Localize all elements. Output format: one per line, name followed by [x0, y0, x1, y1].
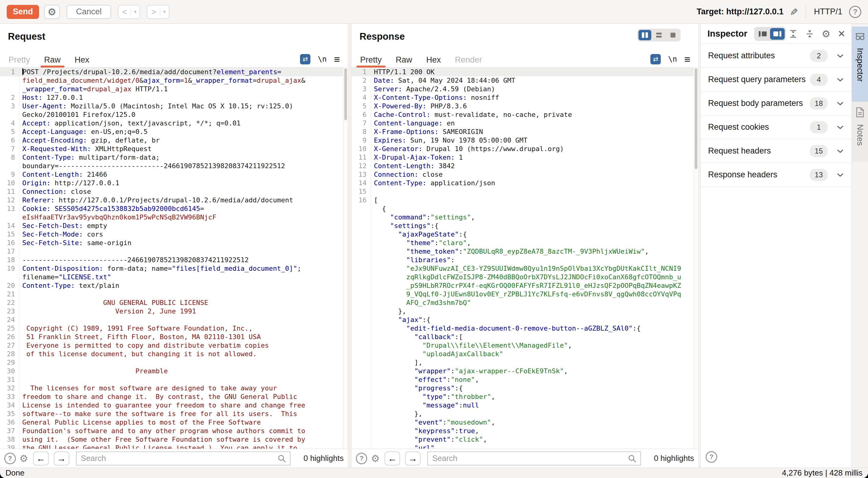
code-text: "eJx9UNFuwzAI_CE3-YZ9SUUIWdmw8Qyu1n19nSp… [371, 264, 681, 273]
search-prev-button[interactable]: ← [33, 451, 49, 466]
inspector-section-request-headers[interactable]: Request headers15 [701, 139, 851, 163]
editor-menu-icon[interactable]: ≡ [684, 54, 690, 64]
search-help-icon[interactable]: ? [356, 453, 367, 464]
code-row: 13Cookie: SESS05d4275ca1538832b5ab92000b… [0, 205, 348, 213]
rail-tab-notes[interactable]: Notes [852, 102, 868, 161]
inspector-dock-toggle [754, 27, 786, 41]
layout-single-button[interactable] [666, 30, 679, 40]
code-row: "type":"throbber", [351, 392, 698, 401]
code-text: Content-Type: multipart/form-data; [20, 153, 160, 162]
response-tab-render[interactable]: Render [452, 53, 485, 67]
section-count-badge: 18 [810, 97, 828, 110]
section-label: Request cookies [708, 122, 769, 132]
line-number: 39 [0, 444, 20, 449]
code-row: AFQ_c7md3shm7bQ" [351, 299, 698, 307]
code-text: filename="LICENSE.txt" [20, 273, 111, 281]
inspector-section-request-attributes[interactable]: Request attributes2 [701, 44, 851, 68]
code-text: Connection: close [371, 170, 442, 179]
code-row: "keypress":true, [351, 427, 698, 435]
line-number [0, 111, 20, 119]
dock-left-button[interactable] [755, 28, 770, 40]
request-search-bar: ? ⚙ ← → 0 highlights [0, 449, 348, 468]
http-version-selector[interactable]: HTTP/1 [814, 7, 842, 17]
search-prev-button[interactable]: ← [384, 451, 400, 466]
code-row: zqRlkgDdlcFWZoISJP8-ZM40dBBQoOrbX7DYsLJ2… [351, 273, 698, 281]
line-number: 31 [0, 376, 20, 384]
forward-history-button[interactable]: > ▾ [147, 5, 169, 19]
search-icon [277, 454, 287, 465]
help-icon[interactable]: ? [849, 6, 861, 18]
line-number: 2 [0, 93, 20, 102]
inspector-close-icon[interactable]: ✕ [838, 28, 845, 39]
editor-menu-icon[interactable]: ≡ [334, 54, 340, 64]
back-history-button[interactable]: < ▾ [118, 5, 140, 19]
request-settings-button[interactable]: ⚙ [44, 5, 60, 19]
edit-target-icon[interactable]: ✎ [788, 8, 800, 16]
show-newlines-toggle[interactable]: \n [668, 55, 677, 63]
code-text: }, [371, 307, 406, 316]
inspector-settings-icon[interactable]: ⚙ [822, 28, 831, 40]
code-row: 34License is intended to guarantee your … [0, 401, 348, 410]
code-text: Everyone is permitted to copy and distri… [20, 341, 269, 350]
code-text [371, 187, 374, 196]
code-text: "progress":{ [371, 384, 463, 392]
request-tab-hex[interactable]: Hex [72, 53, 92, 67]
search-settings-icon[interactable]: ⚙ [20, 453, 28, 464]
send-button[interactable]: Send [7, 5, 39, 19]
response-tab-raw[interactable]: Raw [393, 53, 415, 67]
code-row: 5Accept-Language: en-US,en;q=0.5 [0, 127, 348, 136]
search-input[interactable] [76, 452, 290, 465]
code-row: 7Content-language: en [351, 119, 698, 127]
code-row: 9Expires: Sun, 19 Nov 1978 05:00:00 GMT [351, 136, 698, 145]
inspector-section-request-body-parameters[interactable]: Request body parameters18 [701, 92, 851, 115]
search-help-icon[interactable]: ? [4, 453, 16, 464]
line-number [351, 341, 371, 350]
code-text: "event":"mousedown", [371, 418, 495, 427]
request-tab-pretty[interactable]: Pretty [5, 53, 33, 67]
response-tab-pretty[interactable]: Pretty [357, 53, 385, 67]
response-scrollbar[interactable] [693, 68, 698, 449]
code-row: 2Date: Sat, 04 May 2024 18:44:06 GMT [351, 76, 698, 85]
line-number [351, 435, 371, 444]
section-count-badge: 13 [810, 169, 828, 181]
layout-rows-button[interactable] [653, 30, 665, 40]
panel-divider[interactable] [348, 24, 351, 468]
main-area: Request PrettyRawHex ⇄ \n ≡ 1POST /Proje… [0, 24, 868, 468]
line-number: 5 [0, 127, 20, 136]
request-editor[interactable]: 1POST /Projects/drupal-10.2.6/media/add/… [0, 68, 348, 449]
layout-columns-button[interactable] [639, 30, 651, 40]
response-tab-hex[interactable]: Hex [423, 53, 444, 67]
request-scrollbar[interactable] [343, 68, 348, 449]
line-number: 2 [351, 76, 371, 85]
rail-tab-inspector[interactable]: Inspector [852, 27, 868, 102]
response-editor[interactable]: 1HTTP/1.1 200 OK2Date: Sat, 04 May 2024 … [351, 68, 698, 449]
code-row: 12Referer: http://127.0.0.1/Projects/dru… [0, 196, 348, 205]
search-next-button[interactable]: → [54, 451, 69, 466]
cancel-button[interactable]: Cancel [66, 5, 111, 19]
inspector-section-request-cookies[interactable]: Request cookies1 [701, 115, 851, 139]
code-text: Content-Disposition: form-data; name="fi… [20, 264, 301, 273]
word-wrap-toggle-icon[interactable]: ⇄ [300, 54, 310, 64]
code-row: eIsHfaaETVr3av95yvbqQhzn0kom1P5wPcNSqB2V… [0, 213, 348, 221]
collapse-all-icon[interactable] [805, 29, 814, 38]
show-newlines-toggle[interactable]: \n [318, 55, 327, 63]
search-settings-icon[interactable]: ⚙ [371, 453, 380, 464]
search-input[interactable] [428, 452, 640, 465]
inspector-section-request-query-parameters[interactable]: Request query parameters4 [701, 68, 851, 92]
line-number: 9 [351, 136, 371, 145]
request-tab-raw[interactable]: Raw [41, 53, 64, 67]
line-number: 22 [0, 299, 20, 307]
dock-right-button[interactable] [770, 28, 785, 40]
word-wrap-toggle-icon[interactable]: ⇄ [650, 54, 661, 64]
inspector-section-response-headers[interactable]: Response headers13 [701, 163, 851, 187]
line-number: 6 [351, 111, 371, 119]
code-row: 20Content-Type: text/plain [0, 281, 348, 290]
expand-all-icon[interactable] [789, 29, 798, 38]
search-next-button[interactable]: → [405, 451, 421, 466]
line-number: 6 [0, 136, 20, 145]
code-row: { [351, 205, 698, 213]
panel-divider[interactable] [698, 24, 701, 468]
chevron-down-icon [836, 148, 844, 154]
inspector-help-icon[interactable]: ? [706, 451, 717, 463]
code-row: ], [351, 358, 698, 367]
